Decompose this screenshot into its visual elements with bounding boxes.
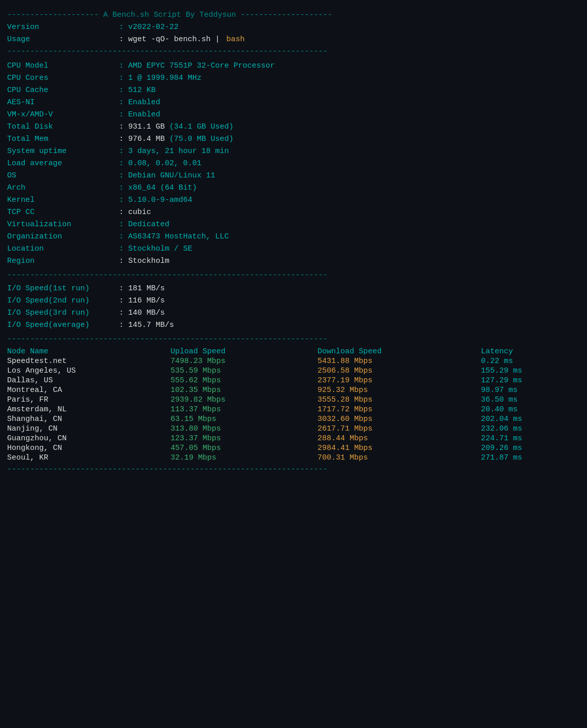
network-table-row: Dallas, US555.62 Mbps2377.19 Mbps127.29 … [7,376,580,385]
version-label: Version [7,21,119,34]
network-node-name: Nanjing, CN [7,424,170,434]
header-divider-bottom: ----------------------------------------… [7,46,580,58]
network-latency: 98.97 ms [481,385,580,395]
network-table-row: Montreal, CA102.35 Mbps925.32 Mbps98.97 … [7,385,580,395]
network-table-row: Amsterdam, NL113.37 Mbps1717.72 Mbps20.4… [7,405,580,414]
sysinfo-cpu-cores: CPU Cores : 1 @ 1999.984 MHz [7,72,580,84]
network-upload-speed: 535.59 Mbps [170,366,317,376]
network-download-speed: 288.44 Mbps [317,434,481,443]
sysinfo-total-mem: Total Mem : 976.4 MB (75.0 MB Used) [7,133,580,145]
network-upload-speed: 32.19 Mbps [170,453,317,463]
sysinfo-total-disk: Total Disk : 931.1 GB (34.1 GB Used) [7,121,580,133]
network-table-row: Speedtest.net7498.23 Mbps5431.88 Mbps0.2… [7,356,580,366]
sysinfo-uptime: System uptime : 3 days, 21 hour 18 min [7,145,580,158]
network-table-header: Node Name Upload Speed Download Speed La… [7,347,580,356]
sysinfo-section: CPU Model : AMD EPYC 7551P 32-Core Proce… [7,60,580,267]
usage-label: Usage [7,34,119,46]
col-header-latency: Latency [481,347,580,356]
network-node-name: Dallas, US [7,376,170,385]
header-divider-top: -------------------- A Bench.sh Script B… [7,9,580,21]
network-table-row: Hongkong, CN457.05 Mbps2984.41 Mbps209.2… [7,443,580,453]
network-table-row: Seoul, KR32.19 Mbps700.31 Mbps271.87 ms [7,453,580,463]
io-section: I/O Speed(1st run) : 181 MB/s I/O Speed(… [7,283,580,331]
sysinfo-vmx: VM-x/AMD-V : Enabled [7,109,580,121]
sysinfo-kernel: Kernel : 5.10.0-9-amd64 [7,194,580,206]
network-latency: 202.04 ms [481,414,580,424]
network-node-name: Hongkong, CN [7,443,170,453]
network-upload-speed: 113.37 Mbps [170,405,317,414]
network-latency: 20.40 ms [481,405,580,414]
network-download-speed: 3032.60 Mbps [317,414,481,424]
network-upload-speed: 2939.82 Mbps [170,395,317,405]
io-speed-2: I/O Speed(2nd run) : 116 MB/s [7,295,580,307]
network-latency: 224.71 ms [481,434,580,443]
header-version-line: Version : v2022-02-22 [7,21,580,34]
usage-colon: : wget -qO- bench.sh | [119,34,224,46]
net-divider-top: ----------------------------------------… [7,333,580,346]
network-node-name: Amsterdam, NL [7,405,170,414]
network-download-speed: 700.31 Mbps [317,453,481,463]
network-download-speed: 5431.88 Mbps [317,356,481,366]
network-latency: 209.26 ms [481,443,580,453]
network-table-row: Nanjing, CN313.80 Mbps2617.71 Mbps232.06… [7,424,580,434]
network-node-name: Shanghai, CN [7,414,170,424]
network-upload-speed: 555.62 Mbps [170,376,317,385]
network-node-name: Speedtest.net [7,356,170,366]
network-table-row: Guangzhou, CN123.37 Mbps288.44 Mbps224.7… [7,434,580,443]
sysinfo-cpu-model: CPU Model : AMD EPYC 7551P 32-Core Proce… [7,60,580,72]
sysinfo-load: Load average : 0.08, 0.02, 0.01 [7,158,580,170]
network-node-name: Montreal, CA [7,385,170,395]
network-download-speed: 3555.28 Mbps [317,395,481,405]
network-section: Node Name Upload Speed Download Speed La… [7,347,580,463]
terminal: -------------------- A Bench.sh Script B… [5,5,582,480]
network-upload-speed: 102.35 Mbps [170,385,317,395]
network-latency: 232.06 ms [481,424,580,434]
sysinfo-arch: Arch : x86_64 (64 Bit) [7,182,580,194]
io-divider-top: ----------------------------------------… [7,269,580,282]
network-download-speed: 2984.41 Mbps [317,443,481,453]
network-latency: 271.87 ms [481,453,580,463]
sysinfo-virtualization: Virtualization : Dedicated [7,219,580,231]
col-header-upload: Upload Speed [170,347,317,356]
sysinfo-cpu-cache: CPU Cache : 512 KB [7,84,580,97]
network-latency: 0.22 ms [481,356,580,366]
net-divider-bottom: ----------------------------------------… [7,464,580,476]
network-upload-speed: 63.15 Mbps [170,414,317,424]
io-speed-3: I/O Speed(3rd run) : 140 MB/s [7,307,580,319]
network-table-row: Shanghai, CN63.15 Mbps3032.60 Mbps202.04… [7,414,580,424]
sysinfo-aes-ni: AES-NI : Enabled [7,97,580,109]
network-upload-speed: 313.80 Mbps [170,424,317,434]
network-download-speed: 925.32 Mbps [317,385,481,395]
network-download-speed: 1717.72 Mbps [317,405,481,414]
network-latency: 155.29 ms [481,366,580,376]
sysinfo-location: Location : Stockholm / SE [7,243,580,255]
io-speed-avg: I/O Speed(average) : 145.7 MB/s [7,319,580,331]
network-node-name: Los Angeles, US [7,366,170,376]
header-usage-line: Usage : wget -qO- bench.sh | bash [7,34,580,46]
network-download-speed: 2377.19 Mbps [317,376,481,385]
network-upload-speed: 7498.23 Mbps [170,356,317,366]
sysinfo-os: OS : Debian GNU/Linux 11 [7,170,580,182]
version-value: : v2022-02-22 [119,21,179,34]
network-latency: 36.50 ms [481,395,580,405]
col-header-download: Download Speed [317,347,481,356]
network-node-name: Paris, FR [7,395,170,405]
network-node-name: Guangzhou, CN [7,434,170,443]
network-table-row: Los Angeles, US535.59 Mbps2506.58 Mbps15… [7,366,580,376]
io-speed-1: I/O Speed(1st run) : 181 MB/s [7,283,580,295]
sysinfo-tcp-cc: TCP CC : cubic [7,206,580,219]
usage-bash: bash [226,34,245,46]
network-download-speed: 2617.71 Mbps [317,424,481,434]
sysinfo-organization: Organization : AS63473 HostHatch, LLC [7,231,580,243]
network-upload-speed: 123.37 Mbps [170,434,317,443]
network-node-name: Seoul, KR [7,453,170,463]
network-download-speed: 2506.58 Mbps [317,366,481,376]
network-upload-speed: 457.05 Mbps [170,443,317,453]
network-latency: 127.29 ms [481,376,580,385]
col-header-node: Node Name [7,347,170,356]
network-table: Node Name Upload Speed Download Speed La… [7,347,580,463]
sysinfo-region: Region : Stockholm [7,255,580,267]
network-table-row: Paris, FR2939.82 Mbps3555.28 Mbps36.50 m… [7,395,580,405]
